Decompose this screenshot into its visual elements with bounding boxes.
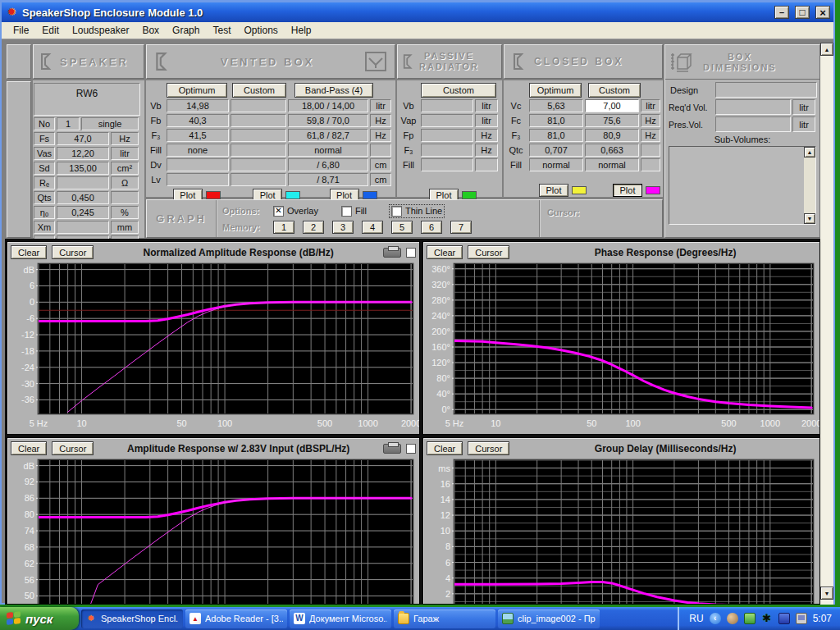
closed-custom-value[interactable]: 80,9 — [585, 129, 639, 142]
language-indicator[interactable]: RU — [689, 613, 703, 624]
display-settings-icon[interactable] — [796, 613, 807, 624]
clear-button[interactable]: Clear — [427, 441, 463, 455]
param-value[interactable]: 47,0 — [57, 132, 109, 145]
menu-graph[interactable]: Graph — [166, 23, 206, 38]
vented-custom-value[interactable] — [231, 129, 286, 142]
vented-bandpass-value[interactable]: normal — [288, 144, 368, 157]
param-value[interactable]: 12,20 — [57, 147, 109, 160]
thin-line-option[interactable]: Thin Line — [390, 205, 444, 217]
pres-vol-value[interactable] — [715, 116, 791, 132]
fill-option[interactable]: Fill — [341, 206, 367, 217]
printer-icon[interactable] — [383, 444, 401, 454]
passive-value[interactable] — [421, 158, 473, 171]
maximize-button[interactable] — [795, 6, 810, 19]
param-value[interactable]: 135,00 — [57, 162, 109, 175]
passive-custom-button[interactable]: Custom — [421, 83, 496, 98]
vented-bandpass-value[interactable]: 61,8 / 82,7 — [288, 129, 368, 142]
vented-optimum-value[interactable] — [167, 158, 229, 171]
reqd-vol-value[interactable] — [715, 99, 791, 115]
param-value[interactable]: 0,245 — [57, 206, 109, 219]
passive-value[interactable] — [421, 129, 473, 142]
menu-edit[interactable]: Edit — [35, 23, 66, 38]
closed-optimum-value[interactable]: 0,707 — [529, 144, 583, 157]
memory-button-2[interactable]: 2 — [303, 221, 324, 234]
vented-bandpass-value[interactable]: 18,00 / 14,00 — [288, 99, 368, 112]
cursor-button[interactable]: Cursor — [52, 441, 94, 455]
passive-value[interactable] — [421, 99, 473, 112]
minimize-button[interactable] — [774, 6, 789, 19]
vertical-scrollbar[interactable] — [820, 43, 833, 605]
param-value[interactable] — [57, 176, 109, 189]
vented-bandpass-value[interactable]: 59,8 / 70,0 — [288, 114, 368, 127]
clear-button[interactable]: Clear — [11, 245, 47, 259]
closed-plot-custom-button[interactable]: Plot — [613, 184, 642, 197]
vented-custom-value[interactable] — [231, 173, 286, 186]
menu-box[interactable]: Box — [135, 23, 166, 38]
memory-button-3[interactable]: 3 — [332, 221, 354, 234]
listbox-scroll-down[interactable] — [804, 213, 815, 224]
vented-bandpass-value[interactable]: / 8,71 — [288, 173, 368, 186]
clear-button[interactable]: Clear — [427, 245, 463, 259]
print-checkbox[interactable] — [406, 444, 416, 454]
menu-file[interactable]: File — [7, 23, 35, 38]
vented-optimum-value[interactable] — [167, 173, 229, 186]
scroll-down-button[interactable] — [820, 587, 833, 600]
cursor-button[interactable]: Cursor — [52, 245, 94, 259]
closed-custom-value[interactable]: 0,663 — [585, 144, 639, 157]
closed-optimum-value[interactable]: 81,0 — [529, 129, 583, 142]
memory-button-7[interactable]: 7 — [450, 221, 472, 234]
plot-area[interactable]: ms1614121086425 Hz105010050010002000 — [423, 457, 819, 605]
memory-button-4[interactable]: 4 — [362, 221, 383, 234]
menu-help[interactable]: Help — [285, 23, 318, 38]
taskbar-item-adobe-reader[interactable]: Adobe Reader - [3... — [185, 609, 287, 628]
closed-optimum-value[interactable]: 5,63 — [529, 99, 583, 112]
closed-custom-value[interactable]: normal — [585, 158, 639, 171]
taskbar-item-word-document[interactable]: Документ Microso... — [290, 609, 391, 628]
cursor-button[interactable]: Cursor — [468, 245, 509, 259]
vented-custom-value[interactable] — [231, 114, 286, 127]
start-button[interactable]: пуск — [0, 607, 79, 630]
closed-custom-value[interactable]: 7,00 — [585, 99, 639, 112]
close-button[interactable] — [815, 6, 830, 19]
fill-checkbox[interactable] — [341, 206, 352, 217]
clear-button[interactable]: Clear — [11, 441, 47, 455]
vented-optimum-button[interactable]: Optimum — [167, 83, 227, 98]
param-value[interactable] — [57, 221, 109, 234]
vented-optimum-value[interactable]: none — [167, 144, 229, 157]
driver-count[interactable]: 1 — [57, 117, 80, 130]
closed-custom-value[interactable]: 75,6 — [585, 114, 639, 127]
subvolumes-listbox[interactable] — [669, 146, 816, 225]
vented-optimum-value[interactable]: 14,98 — [167, 99, 229, 112]
vented-optimum-value[interactable]: 41,5 — [167, 129, 229, 142]
listbox-scroll-up[interactable] — [804, 147, 815, 158]
closed-optimum-button[interactable]: Optimum — [529, 83, 582, 98]
hide-icons-chevron-icon[interactable] — [710, 613, 721, 624]
network-app-icon[interactable] — [778, 613, 790, 624]
vented-bandpass-button[interactable]: Band-Pass (4) — [294, 83, 373, 98]
memory-button-1[interactable]: 1 — [273, 221, 294, 234]
closed-plot-optimum-button[interactable]: Plot — [539, 184, 568, 197]
memory-button-5[interactable]: 5 — [391, 221, 413, 234]
plot-area[interactable]: dB60-6-12-18-24-30-365 Hz105010050010002… — [7, 261, 419, 435]
volume-icon[interactable] — [727, 613, 738, 624]
overlay-option[interactable]: Overlay — [273, 206, 318, 217]
taskbar-item-folder[interactable]: Гараж — [394, 609, 495, 628]
driver-name[interactable]: RW6 — [34, 83, 140, 116]
menu-test[interactable]: Test — [206, 23, 237, 38]
scroll-up-button[interactable] — [820, 43, 833, 56]
taskbar-item-image-viewer[interactable]: clip_image002 - Пр... — [498, 609, 600, 628]
vented-bandpass-value[interactable]: / 6,80 — [288, 158, 368, 171]
param-value[interactable]: 0,450 — [57, 191, 109, 204]
menu-loudspeaker[interactable]: Loudspeaker — [66, 23, 135, 38]
overlay-checkbox[interactable] — [273, 206, 284, 217]
menu-options[interactable]: Options — [237, 23, 284, 38]
antivirus-icon[interactable] — [761, 613, 773, 624]
design-value[interactable] — [715, 82, 817, 98]
taskbar-item-speakershop[interactable]: SpeakerShop Encl... — [81, 609, 183, 628]
closed-optimum-value[interactable]: 81,0 — [529, 114, 583, 127]
vented-custom-button[interactable]: Custom — [232, 83, 286, 98]
printer-icon[interactable] — [383, 248, 401, 258]
passive-value[interactable] — [421, 144, 473, 157]
vented-custom-value[interactable] — [231, 144, 286, 157]
thin-line-checkbox[interactable] — [391, 206, 402, 217]
